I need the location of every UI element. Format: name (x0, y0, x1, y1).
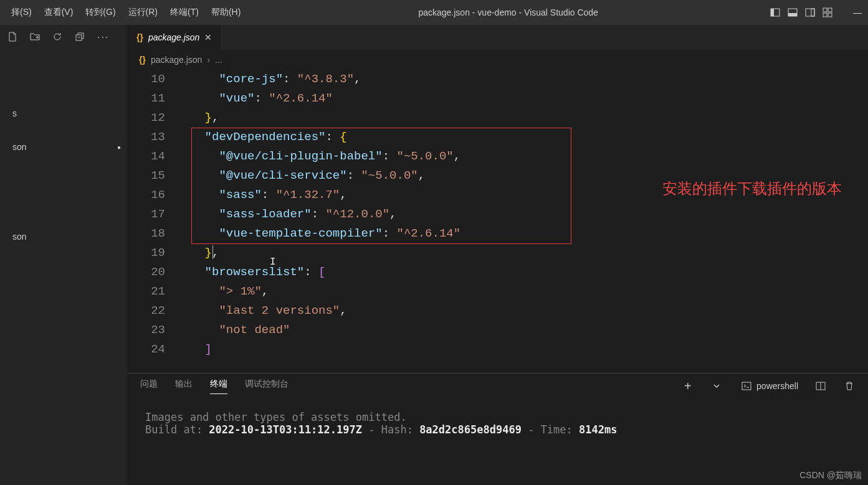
menu-terminal[interactable]: 终端(T) (164, 4, 205, 21)
svg-rect-5 (811, 9, 814, 16)
layout-controls: — (770, 7, 863, 18)
annotation-text: 安装的插件下载插件的版本 (662, 179, 849, 199)
menu-run[interactable]: 运行(R) (122, 4, 164, 21)
chevron-down-icon[interactable] (713, 380, 724, 392)
explorer-item[interactable]: son (0, 139, 127, 154)
minimize-icon[interactable]: — (852, 7, 863, 18)
text-cursor (212, 245, 213, 259)
close-icon[interactable]: ✕ (204, 32, 212, 42)
trash-icon[interactable] (844, 380, 856, 392)
editor-area: {} package.json ✕ {} package.json › ... … (128, 25, 868, 485)
svg-rect-4 (806, 9, 814, 16)
panel-bottom-icon[interactable] (787, 7, 798, 18)
terminal-output[interactable]: Images and other types of assets omitted… (128, 398, 868, 485)
more-icon[interactable]: ··· (97, 32, 108, 43)
svg-rect-11 (742, 382, 751, 390)
breadcrumb-rest: ... (215, 55, 222, 65)
code-body[interactable]: "core-js": "^3.8.3", "vue": "^2.6.14" },… (176, 70, 868, 373)
watermark: CSDN @茹嗨瑞 (799, 470, 862, 481)
menu-goto[interactable]: 转到(G) (79, 4, 122, 21)
editor-tabs: {} package.json ✕ (128, 25, 868, 50)
json-icon: {} (136, 32, 143, 42)
collapse-all-icon[interactable] (75, 32, 86, 43)
svg-rect-8 (823, 13, 827, 17)
ibeam-cursor-icon: I (270, 253, 275, 263)
tab-filename: package.json (148, 32, 200, 42)
title-bar: 择(S) 查看(V) 转到(G) 运行(R) 终端(T) 帮助(H) packa… (0, 0, 868, 25)
svg-rect-9 (828, 13, 832, 17)
panel-right-icon[interactable] (804, 7, 816, 18)
split-terminal-icon[interactable] (816, 380, 827, 392)
terminal-line: Build at: 2022-10-13T03:11:12.197Z - Has… (145, 423, 851, 436)
breadcrumb[interactable]: {} package.json › ... (128, 50, 868, 70)
breadcrumb-file: package.json (151, 55, 203, 65)
chevron-right-icon: › (207, 55, 210, 65)
customize-layout-icon[interactable] (822, 7, 833, 18)
json-icon: {} (139, 55, 146, 65)
bottom-panel: 问题 输出 终端 调试控制台 + powershell Images and o… (128, 373, 868, 485)
panel-tab-debug[interactable]: 调试控制台 (245, 379, 289, 393)
terminal-line: Images and other types of assets omitted… (145, 411, 851, 423)
code-editor[interactable]: 10 11 12 13 14 15 16 17 18 19 20 21 22 2… (128, 70, 868, 373)
explorer-item[interactable]: son (0, 229, 127, 244)
panel-tabs: 问题 输出 终端 调试控制台 + powershell (128, 374, 868, 398)
panel-left-icon[interactable] (770, 7, 781, 18)
explorer-toolbar: ··· (0, 25, 127, 50)
line-numbers: 10 11 12 13 14 15 16 17 18 19 20 21 22 2… (128, 70, 176, 373)
svg-rect-1 (771, 9, 774, 16)
new-folder-icon[interactable] (30, 32, 41, 43)
svg-rect-7 (828, 8, 832, 12)
sidebar: ··· s son son (0, 25, 128, 485)
panel-tab-problems[interactable]: 问题 (140, 379, 158, 393)
editor-tab[interactable]: {} package.json ✕ (128, 25, 221, 50)
menu-view[interactable]: 查看(V) (38, 4, 80, 21)
panel-tab-terminal[interactable]: 终端 (210, 379, 227, 394)
menu-help[interactable]: 帮助(H) (205, 4, 247, 21)
menu-bar: 择(S) 查看(V) 转到(G) 运行(R) 终端(T) 帮助(H) (5, 4, 247, 21)
new-file-icon[interactable] (7, 32, 19, 43)
refresh-icon[interactable] (52, 32, 64, 43)
terminal-profile[interactable]: powershell (742, 381, 798, 391)
svg-rect-3 (788, 13, 797, 16)
explorer-item[interactable]: s (0, 106, 127, 121)
window-title: package.json - vue-demo - Visual Studio … (247, 7, 770, 17)
main-row: ··· s son son {} package.json ✕ {} packa… (0, 25, 868, 485)
svg-rect-6 (823, 8, 827, 12)
new-terminal-icon[interactable]: + (684, 380, 695, 392)
panel-tab-output[interactable]: 输出 (175, 379, 193, 393)
menu-select[interactable]: 择(S) (5, 4, 38, 21)
